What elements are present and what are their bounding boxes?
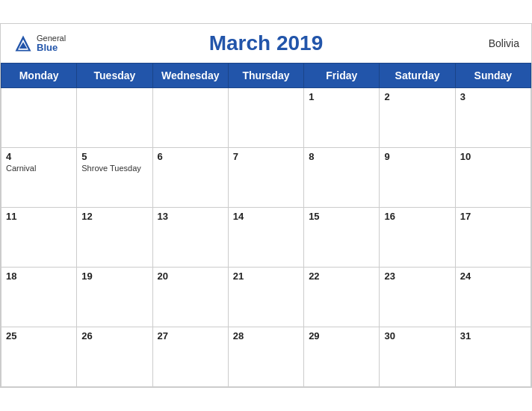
calendar-title: March 2019 xyxy=(209,31,324,55)
cell-w5-d2: 26 xyxy=(77,327,152,387)
week-row-2: 4Carnival5Shrove Tuesday678910 xyxy=(1,148,531,208)
header-tuesday: Tuesday xyxy=(77,64,152,88)
cell-w1-d3 xyxy=(152,88,228,148)
event-label: Carnival xyxy=(6,164,72,173)
day-number: 14 xyxy=(233,211,299,222)
logo-icon xyxy=(13,33,34,54)
day-number: 7 xyxy=(233,151,299,162)
header-wednesday: Wednesday xyxy=(152,64,228,88)
cell-w3-d3: 13 xyxy=(152,208,228,268)
day-number: 22 xyxy=(309,271,374,282)
cell-w3-d1: 11 xyxy=(1,208,77,268)
calendar-container: General Blue March 2019 Bolivia Monday T… xyxy=(0,23,532,388)
day-number: 5 xyxy=(81,151,147,162)
cell-w4-d3: 20 xyxy=(152,268,228,327)
day-number: 4 xyxy=(6,151,72,162)
cell-w3-d2: 12 xyxy=(77,208,152,268)
day-number: 21 xyxy=(233,271,299,282)
day-number: 10 xyxy=(460,151,526,162)
cell-w2-d5: 8 xyxy=(304,148,380,208)
logo-blue-text: Blue xyxy=(37,43,66,52)
day-number: 8 xyxy=(309,151,374,162)
day-number: 1 xyxy=(309,91,374,102)
day-number: 2 xyxy=(384,91,450,102)
cell-w1-d4 xyxy=(228,88,303,148)
day-number: 12 xyxy=(81,211,147,222)
cell-w2-d4: 7 xyxy=(228,148,303,208)
day-number: 17 xyxy=(460,211,526,222)
day-number: 11 xyxy=(6,211,72,222)
cell-w4-d4: 21 xyxy=(228,268,303,327)
week-row-1: 123 xyxy=(1,88,531,148)
day-number: 25 xyxy=(6,330,72,342)
day-number: 6 xyxy=(158,151,223,162)
day-number: 16 xyxy=(384,211,450,222)
cell-w2-d2: 5Shrove Tuesday xyxy=(77,148,152,208)
cell-w2-d1: 4Carnival xyxy=(1,148,77,208)
cell-w2-d7: 10 xyxy=(455,148,531,208)
cell-w3-d5: 15 xyxy=(304,208,380,268)
header-monday: Monday xyxy=(1,64,77,88)
cell-w5-d1: 25 xyxy=(1,327,77,387)
header-sunday: Sunday xyxy=(455,64,531,88)
day-number: 9 xyxy=(384,151,450,162)
day-number: 3 xyxy=(460,91,526,102)
cell-w1-d2 xyxy=(77,88,152,148)
day-number: 15 xyxy=(309,211,374,222)
day-number: 18 xyxy=(6,271,72,282)
cell-w5-d6: 30 xyxy=(380,327,455,387)
days-header-row: Monday Tuesday Wednesday Thursday Friday… xyxy=(1,64,531,88)
header-thursday: Thursday xyxy=(228,64,303,88)
cell-w1-d1 xyxy=(1,88,77,148)
cell-w1-d5: 1 xyxy=(304,88,380,148)
calendar-header: General Blue March 2019 Bolivia xyxy=(1,24,531,63)
week-row-3: 11121314151617 xyxy=(1,208,531,268)
day-number: 24 xyxy=(460,271,526,282)
day-number: 28 xyxy=(233,330,299,342)
week-row-4: 18192021222324 xyxy=(1,268,531,327)
cell-w4-d6: 23 xyxy=(380,268,455,327)
cell-w2-d6: 9 xyxy=(380,148,455,208)
cell-w2-d3: 6 xyxy=(152,148,228,208)
cell-w4-d2: 19 xyxy=(77,268,152,327)
header-saturday: Saturday xyxy=(380,64,455,88)
cell-w3-d7: 17 xyxy=(455,208,531,268)
day-number: 26 xyxy=(81,330,147,342)
cell-w5-d7: 31 xyxy=(455,327,531,387)
cell-w1-d6: 2 xyxy=(380,88,455,148)
day-number: 31 xyxy=(460,330,526,342)
cell-w5-d5: 29 xyxy=(304,327,380,387)
calendar-body: 1234Carnival5Shrove Tuesday6789101112131… xyxy=(1,88,531,387)
cell-w3-d4: 14 xyxy=(228,208,303,268)
day-number: 29 xyxy=(309,330,374,342)
cell-w5-d3: 27 xyxy=(152,327,228,387)
header-friday: Friday xyxy=(304,64,380,88)
day-number: 27 xyxy=(158,330,223,342)
event-label: Shrove Tuesday xyxy=(81,164,147,173)
country-label: Bolivia xyxy=(489,37,519,49)
cell-w3-d6: 16 xyxy=(380,208,455,268)
day-number: 23 xyxy=(384,271,450,282)
calendar-grid: Monday Tuesday Wednesday Thursday Friday… xyxy=(1,63,531,387)
day-number: 20 xyxy=(158,271,223,282)
logo-text: General Blue xyxy=(37,34,66,52)
week-row-5: 25262728293031 xyxy=(1,327,531,387)
logo-area: General Blue xyxy=(13,33,66,54)
cell-w1-d7: 3 xyxy=(455,88,531,148)
cell-w4-d7: 24 xyxy=(455,268,531,327)
cell-w5-d4: 28 xyxy=(228,327,303,387)
day-number: 13 xyxy=(158,211,223,222)
cell-w4-d5: 22 xyxy=(304,268,380,327)
day-number: 30 xyxy=(384,330,450,342)
day-number: 19 xyxy=(81,271,147,282)
cell-w4-d1: 18 xyxy=(1,268,77,327)
